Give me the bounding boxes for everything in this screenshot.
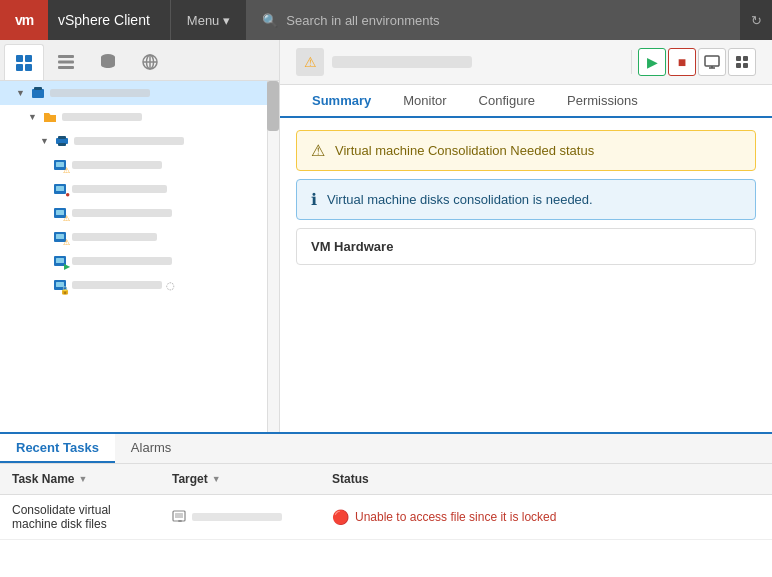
tree-item-vm-6[interactable]: 🔒 ◌ (0, 273, 279, 297)
tree-item-0[interactable]: ▼ (0, 81, 279, 105)
svg-rect-34 (736, 63, 741, 68)
database-icon (98, 52, 118, 72)
status-error: 🔴 Unable to access file since it is lock… (332, 509, 760, 525)
th-target: Target ▼ (160, 468, 320, 490)
main-layout: ▼ ▼ ▼ (0, 40, 772, 432)
alert-info-text: Virtual machine disks consolidation is n… (327, 192, 593, 207)
menu-button[interactable]: Menu ▾ (170, 0, 247, 40)
monitor-icon (704, 54, 720, 70)
svg-rect-4 (58, 55, 74, 58)
target-label (192, 513, 282, 521)
bottom-tab-recent-tasks[interactable]: Recent Tasks (0, 434, 115, 463)
scroll-thumb[interactable] (267, 81, 279, 131)
svg-rect-35 (743, 63, 748, 68)
svg-rect-1 (25, 55, 32, 62)
divider (631, 50, 632, 74)
tab-summary[interactable]: Summary (296, 85, 387, 118)
warning-alert-icon: ⚠ (311, 141, 325, 160)
chevron-icon: ▼ (40, 136, 49, 146)
content-tabs: Summary Monitor Configure Permissions (280, 85, 772, 118)
vm-lock-icon: 🔒 (52, 277, 68, 293)
bottom-tabs: Recent Tasks Alarms (0, 434, 772, 464)
warning-icon: ⚠ (304, 54, 317, 70)
target-cell (172, 509, 308, 525)
vm-logo: vm (0, 0, 48, 40)
sort-icon-2[interactable]: ▼ (212, 474, 221, 484)
svg-rect-15 (58, 136, 66, 139)
cluster-icon (54, 133, 70, 149)
vm-warning-icon-2: ⚠ (52, 205, 68, 221)
sort-icon[interactable]: ▼ (78, 474, 87, 484)
sidebar-tabs (0, 40, 279, 81)
target-vm-icon (172, 509, 188, 525)
stop-button[interactable]: ■ (668, 48, 696, 76)
content-area: ⚠ ▶ ■ Summary Monitor Configure Permis (280, 40, 772, 432)
home-icon (14, 53, 34, 73)
vm-ok-icon: ▶ (52, 253, 68, 269)
folder-icon (42, 109, 58, 125)
chevron-icon: ▼ (16, 88, 25, 98)
topbar: vm vSphere Client Menu ▾ 🔍 Search in all… (0, 0, 772, 40)
tree-item-vm-1[interactable]: ⚠ (0, 153, 279, 177)
td-task-name: Consolidate virtual machine disk files (0, 501, 160, 533)
alert-info: ℹ Virtual machine disks consolidation is… (296, 179, 756, 220)
svg-rect-3 (25, 64, 32, 71)
svg-rect-37 (175, 513, 183, 518)
actions-button[interactable] (728, 48, 756, 76)
play-button[interactable]: ▶ (638, 48, 666, 76)
bottom-tab-alarms[interactable]: Alarms (115, 434, 187, 463)
sidebar: ▼ ▼ ▼ (0, 40, 280, 432)
vm-warning-icon-3: ⚠ (52, 229, 68, 245)
info-alert-icon: ℹ (311, 190, 317, 209)
vm-warning-icon: ⚠ (52, 157, 68, 173)
svg-rect-29 (705, 56, 719, 66)
header-actions: ▶ ■ (627, 48, 756, 76)
tree-label (72, 257, 172, 265)
search-icon: 🔍 (262, 13, 278, 28)
tree-item-vm-5[interactable]: ▶ (0, 249, 279, 273)
tree-item-vm-3[interactable]: ⚠ (0, 201, 279, 225)
tree-label (72, 209, 172, 217)
bottom-panel: Recent Tasks Alarms Task Name ▼ Target ▼… (0, 432, 772, 577)
sidebar-tab-list[interactable] (46, 44, 86, 80)
tab-configure[interactable]: Configure (463, 85, 551, 118)
svg-rect-32 (736, 56, 741, 61)
svg-rect-12 (32, 89, 44, 98)
sidebar-tab-db[interactable] (88, 44, 128, 80)
svg-rect-13 (34, 87, 42, 90)
tree-label (72, 161, 162, 169)
tree-label (72, 185, 167, 193)
tree-label (50, 89, 150, 97)
search-bar[interactable]: 🔍 Search in all environments (246, 0, 740, 40)
list-icon (56, 52, 76, 72)
vm-title-text (332, 56, 472, 68)
svg-rect-20 (56, 186, 64, 191)
scroll-track[interactable] (267, 81, 279, 432)
sidebar-tab-home[interactable] (4, 44, 44, 80)
sidebar-tab-globe[interactable] (130, 44, 170, 80)
svg-rect-33 (743, 56, 748, 61)
th-status: Status (320, 468, 772, 490)
alert-warning: ⚠ Virtual machine Consolidation Needed s… (296, 130, 756, 171)
th-task-name: Task Name ▼ (0, 468, 160, 490)
error-icon: 🔴 (332, 509, 349, 525)
sidebar-tree: ▼ ▼ ▼ (0, 81, 279, 432)
tree-item-vm-4[interactable]: ⚠ (0, 225, 279, 249)
actions-icon (734, 54, 750, 70)
svg-rect-2 (16, 64, 23, 71)
tree-item-vm-2[interactable]: ● (0, 177, 279, 201)
tree-item-suffix: ◌ (166, 280, 175, 291)
tree-item-1[interactable]: ▼ (0, 105, 279, 129)
td-target (160, 507, 320, 527)
svg-rect-16 (58, 143, 66, 146)
refresh-icon[interactable]: ↻ (740, 0, 772, 40)
tab-permissions[interactable]: Permissions (551, 85, 654, 118)
tree-label (72, 281, 162, 289)
vm-title-icon: ⚠ (296, 48, 324, 76)
svg-rect-6 (58, 66, 74, 69)
monitor-button[interactable] (698, 48, 726, 76)
tree-label (74, 137, 184, 145)
tab-monitor[interactable]: Monitor (387, 85, 462, 118)
tree-item-2[interactable]: ▼ (0, 129, 279, 153)
table-header: Task Name ▼ Target ▼ Status (0, 464, 772, 495)
